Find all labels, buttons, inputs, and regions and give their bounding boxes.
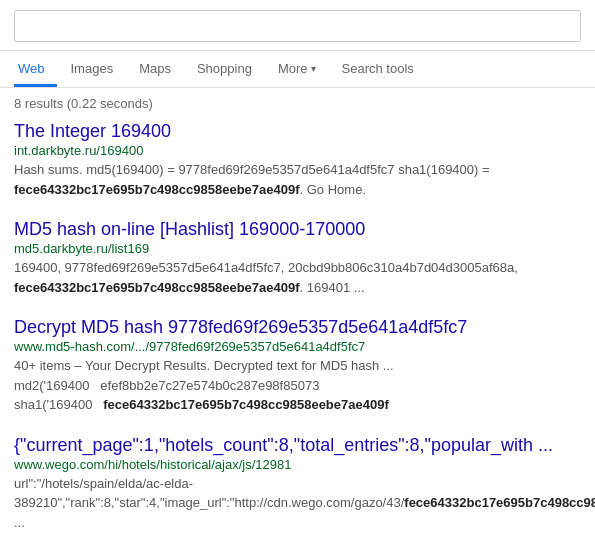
result-snippet: 169400, 9778fed69f269e5357d5e641a4df5fc7… bbox=[14, 258, 581, 297]
result-url: int.darkbyte.ru/169400 bbox=[14, 143, 581, 158]
results-stats: 8 results (0.22 seconds) bbox=[0, 88, 595, 117]
search-input[interactable]: fece64332bc17e695b7c498cc9858eebe7ae409f bbox=[25, 17, 570, 35]
results-container: The Integer 169400 int.darkbyte.ru/16940… bbox=[0, 117, 595, 537]
search-bar: fece64332bc17e695b7c498cc9858eebe7ae409f bbox=[14, 10, 581, 42]
result-title[interactable]: Decrypt MD5 hash 9778fed69f269e5357d5e64… bbox=[14, 317, 581, 338]
result-snippet: Hash sums. md5(169400) = 9778fed69f269e5… bbox=[14, 160, 581, 199]
tab-shopping[interactable]: Shopping bbox=[185, 51, 264, 87]
result-title[interactable]: The Integer 169400 bbox=[14, 121, 581, 142]
result-item: The Integer 169400 int.darkbyte.ru/16940… bbox=[14, 121, 581, 199]
result-snippet: url":"/hotels/spain/elda/ac-elda-389210"… bbox=[14, 474, 581, 533]
tab-web[interactable]: Web bbox=[14, 51, 57, 87]
chevron-down-icon: ▾ bbox=[311, 63, 316, 74]
result-item: MD5 hash on-line [Hashlist] 169000-17000… bbox=[14, 219, 581, 297]
result-item: Decrypt MD5 hash 9778fed69f269e5357d5e64… bbox=[14, 317, 581, 415]
result-url: www.md5-hash.com/.../9778fed69f269e5357d… bbox=[14, 339, 581, 354]
nav-tabs: Web Images Maps Shopping More ▾ Search t… bbox=[0, 51, 595, 88]
tab-maps[interactable]: Maps bbox=[127, 51, 183, 87]
result-title[interactable]: {"current_page":1,"hotels_count":8,"tota… bbox=[14, 435, 581, 456]
tab-more[interactable]: More ▾ bbox=[266, 51, 328, 87]
result-title[interactable]: MD5 hash on-line [Hashlist] 169000-17000… bbox=[14, 219, 581, 240]
result-url: md5.darkbyte.ru/list169 bbox=[14, 241, 581, 256]
tab-search-tools[interactable]: Search tools bbox=[330, 51, 426, 87]
search-bar-wrapper: fece64332bc17e695b7c498cc9858eebe7ae409f bbox=[0, 0, 595, 51]
result-url: www.wego.com/hi/hotels/historical/ajax/j… bbox=[14, 457, 581, 472]
result-item: {"current_page":1,"hotels_count":8,"tota… bbox=[14, 435, 581, 533]
tab-images[interactable]: Images bbox=[59, 51, 126, 87]
result-snippet: 40+ items – Your Decrypt Results. Decryp… bbox=[14, 356, 581, 415]
